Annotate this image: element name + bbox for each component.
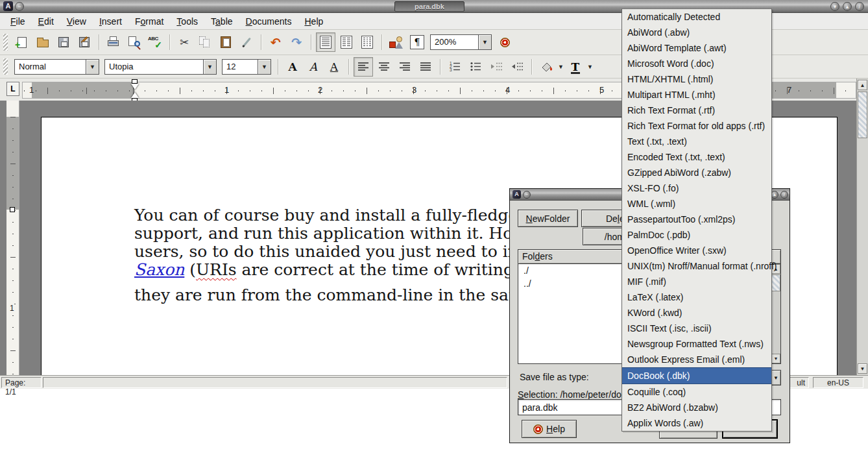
view-two-column-button[interactable] (337, 32, 356, 52)
font-dropdown-arrow[interactable]: ▼ (203, 59, 217, 75)
format-option[interactable]: ISCII Text (.isc, .iscii) (622, 321, 771, 336)
format-option[interactable]: Microsoft Word (.doc) (622, 56, 771, 71)
decrease-indent-button[interactable] (487, 57, 506, 77)
bullet-list-button[interactable] (466, 57, 485, 77)
format-option[interactable]: KWord (.kwd) (622, 305, 771, 321)
tab-stop-selector[interactable]: L (6, 82, 19, 96)
scroll-down-button[interactable]: ▼ (858, 363, 867, 374)
help-button[interactable] (495, 32, 514, 52)
font-value[interactable]: Utopia (104, 59, 203, 75)
underline-button[interactable]: A (324, 57, 344, 77)
align-left-button[interactable] (354, 57, 373, 77)
copy-button[interactable] (195, 32, 215, 52)
view-three-column-button[interactable] (357, 32, 377, 52)
format-option[interactable]: PalmDoc (.pdb) (622, 227, 771, 243)
folders-scrollbar[interactable]: ▲ ▼ (771, 264, 780, 363)
vertical-ruler[interactable]: 1 (6, 101, 19, 375)
format-option[interactable]: Outlook Express Email (.eml) (622, 352, 771, 367)
size-dropdown-arrow[interactable]: ▼ (258, 59, 271, 75)
format-option[interactable]: LaTeX (.latex) (622, 289, 771, 305)
highlight-color-button[interactable] (536, 57, 556, 77)
format-option[interactable]: UNIX(tm) Nroff/Manual format (.nroff) (622, 258, 771, 274)
format-option[interactable]: Newsgroup Formatted Text (.nws) (622, 336, 771, 352)
format-option[interactable]: AbiWord (.abw) (622, 25, 771, 40)
save-as-button[interactable] (75, 32, 94, 52)
print-preview-button[interactable] (125, 32, 144, 52)
zoom-value[interactable]: 200% (430, 34, 478, 50)
scroll-up-button[interactable]: ▲ (858, 80, 867, 90)
show-formatting-button[interactable]: ¶ (407, 32, 427, 52)
undo-button[interactable]: ↶ (266, 32, 285, 52)
bold-button[interactable]: A (283, 57, 302, 77)
menu-item-tools[interactable]: Tools (170, 15, 204, 28)
menu-item-view[interactable]: View (60, 15, 93, 28)
format-dropdown[interactable]: Automatically DetectedAbiWord (.abw)AbiW… (621, 8, 772, 432)
font-combo[interactable]: Utopia ▼ (104, 59, 217, 75)
document-vertical-scrollbar[interactable]: ▲ ▼ (856, 79, 868, 375)
style-dropdown-arrow[interactable]: ▼ (86, 59, 99, 75)
new-folder-button[interactable]: New Folder (518, 210, 578, 227)
save-type-combo-arrow[interactable]: ▼ (771, 370, 781, 385)
menu-item-format[interactable]: Format (128, 15, 170, 28)
close-button[interactable]: / (855, 2, 864, 11)
dialog-window-menu-button[interactable]: − (523, 191, 531, 199)
format-option[interactable]: DocBook (.dbk) (622, 367, 771, 384)
menu-item-documents[interactable]: Documents (239, 15, 298, 28)
minimize-button[interactable]: ▾ (830, 2, 839, 11)
format-option[interactable]: OpenOffice Writer (.sxw) (622, 243, 771, 258)
size-value[interactable]: 12 (222, 59, 258, 75)
format-option[interactable]: Text (.txt, .text) (622, 134, 771, 149)
format-option[interactable]: Rich Text Format (.rtf) (622, 103, 771, 118)
style-combo[interactable]: Normal ▼ (14, 59, 99, 75)
maximize-button[interactable]: ▴ (843, 2, 852, 11)
new-document-button[interactable]: + (12, 32, 32, 52)
format-option[interactable]: Coquille (.coq) (622, 384, 771, 400)
numbered-list-button[interactable]: 123 (445, 57, 464, 77)
zoom-dropdown-arrow[interactable]: ▼ (478, 34, 492, 50)
paste-button[interactable] (216, 32, 235, 52)
cut-button[interactable]: ✂ (175, 32, 194, 52)
window-menu-button[interactable]: − (15, 2, 24, 11)
redo-button[interactable]: ↷ (287, 32, 306, 52)
open-button[interactable] (33, 32, 53, 52)
menu-item-table[interactable]: Table (204, 15, 239, 28)
print-button[interactable] (104, 32, 123, 52)
size-combo[interactable]: 12 ▼ (222, 59, 271, 75)
menu-item-help[interactable]: Help (298, 15, 330, 28)
language-indicator[interactable]: en-US (813, 377, 863, 388)
menu-item-edit[interactable]: Edit (32, 15, 60, 28)
font-color-button[interactable]: T (566, 57, 585, 77)
highlight-color-dropdown-arrow[interactable]: ▼ (558, 64, 564, 70)
spellcheck-button[interactable]: ABC✓ (145, 32, 165, 52)
menu-item-insert[interactable]: Insert (93, 15, 128, 28)
insert-symbol-button[interactable] (387, 32, 406, 52)
folders-scroll-down-button[interactable]: ▼ (771, 354, 780, 363)
toolbar-grip[interactable] (3, 34, 8, 51)
view-normal-button[interactable] (316, 32, 335, 52)
align-justify-button[interactable] (416, 57, 435, 77)
format-option[interactable]: Multipart HTML (.mht) (622, 87, 771, 103)
format-painter-button[interactable] (237, 32, 256, 52)
align-right-button[interactable] (395, 57, 415, 77)
format-option[interactable]: HTML/XHTML (.html) (622, 71, 771, 87)
style-value[interactable]: Normal (14, 59, 86, 75)
format-option[interactable]: AbiWord Template (.awt) (622, 40, 771, 56)
hyperlink-saxon[interactable]: Saxon (134, 260, 184, 279)
save-button[interactable] (54, 32, 73, 52)
font-color-dropdown-arrow[interactable]: ▼ (587, 64, 593, 70)
align-center-button[interactable] (374, 57, 394, 77)
toolbar-grip[interactable] (3, 58, 8, 75)
format-option[interactable]: WML (.wml) (622, 196, 771, 212)
format-option[interactable]: BZ2 AbiWord (.bzabw) (622, 400, 771, 415)
increase-indent-button[interactable] (507, 57, 527, 77)
format-option[interactable]: Automatically Detected (622, 9, 771, 25)
menu-item-file[interactable]: File (4, 15, 32, 28)
scrollbar-thumb[interactable] (858, 91, 867, 138)
indent-marker[interactable] (130, 79, 139, 103)
folders-scrollbar-thumb[interactable] (771, 274, 780, 291)
format-option[interactable]: GZipped AbiWord (.zabw) (622, 165, 771, 180)
top-margin-marker[interactable] (10, 207, 15, 212)
format-option[interactable]: XSL-FO (.fo) (622, 180, 771, 196)
dialog-close-button[interactable]: / (780, 191, 788, 199)
italic-button[interactable]: A (304, 57, 323, 77)
